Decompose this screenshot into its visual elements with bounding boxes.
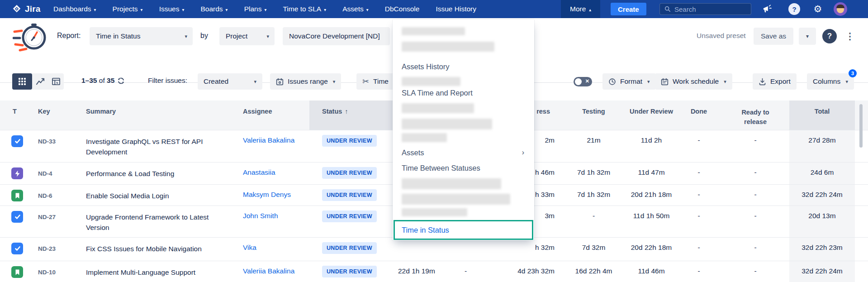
column-header-key[interactable]: Key (25, 100, 73, 130)
report-help-button[interactable]: ? (822, 29, 837, 43)
nav-item-dashboards[interactable]: Dashboards▾ (53, 5, 96, 13)
menu-item-redacted[interactable] (402, 119, 492, 129)
pivot-view-button[interactable] (48, 73, 64, 90)
assignee-link[interactable]: Anastasiia (243, 168, 275, 176)
nav-item-boards[interactable]: Boards▾ (200, 5, 228, 13)
announcement-button[interactable] (759, 0, 775, 18)
cell-under-review: 11d 1h 50m (626, 206, 676, 237)
cell-summary: Upgrade Frontend Framework to Latest Ver… (73, 206, 243, 237)
nav-item-issue-history[interactable]: Issue History (436, 5, 476, 13)
report-type-select[interactable]: Time in Status ▾ (90, 27, 193, 45)
nav-item-more[interactable]: More ▴ (561, 0, 600, 18)
column-header-assignee[interactable]: Assignee (243, 100, 309, 130)
grid-view-button[interactable] (12, 73, 32, 90)
nav-menu: Dashboards▾Projects▾Issues▾Boards▾Plans▾… (53, 0, 476, 18)
cell-filler (855, 185, 868, 206)
column-header-summary[interactable]: Summary (73, 100, 243, 130)
column-header-ready-to-release[interactable]: Ready to release (721, 100, 789, 130)
nav-item-time-to-sla[interactable]: Time to SLA▾ (283, 5, 326, 13)
refresh-icon[interactable] (117, 77, 125, 85)
count-total: 35 (107, 76, 114, 84)
cell-total: 32d 22h 24m (789, 185, 855, 206)
menu-item-redacted[interactable] (402, 27, 465, 35)
menu-item-assets-history[interactable]: Assets History (402, 62, 449, 71)
work-schedule-button[interactable]: Work schedule ▾ (655, 73, 732, 90)
assignee-link[interactable]: Valeriia Bakalina (243, 136, 294, 144)
assignee-link[interactable]: Valeriia Bakalina (243, 267, 294, 275)
columns-button[interactable]: Columns ▾ (807, 73, 854, 90)
assignee-link[interactable]: John Smith (243, 212, 278, 220)
export-button[interactable]: Export (753, 73, 797, 90)
chevron-down-icon: ▾ (141, 7, 143, 12)
menu-item-time-between-statuses[interactable]: Time Between Statuses (402, 164, 480, 172)
menu-item-redacted[interactable] (402, 133, 447, 142)
save-as-button[interactable]: Save as (754, 28, 793, 45)
work-schedule-label: Work schedule (673, 77, 719, 86)
nav-item-label: Plans (244, 5, 262, 13)
project-select[interactable]: NovaCore Development [ND] (283, 27, 390, 45)
assignee-link[interactable]: Vika (243, 244, 256, 251)
save-as-dropdown-button[interactable]: ▾ (799, 28, 816, 45)
nav-item-plans[interactable]: Plans▾ (244, 5, 267, 13)
app-window: Jira Dashboards▾Projects▾Issues▾Boards▾P… (0, 0, 868, 282)
menu-item-redacted[interactable] (402, 42, 494, 52)
menu-item-redacted[interactable] (402, 194, 510, 205)
pivot-table-icon (52, 77, 61, 86)
task-type-icon (11, 243, 23, 254)
chevron-down-icon: ▾ (647, 79, 650, 85)
group-by-select[interactable]: Project ▾ (219, 27, 275, 45)
user-avatar[interactable] (831, 0, 849, 18)
create-button[interactable]: Create (611, 3, 646, 15)
cell-ready-to-release: - (721, 238, 789, 261)
column-header-status[interactable]: Status↑ (309, 100, 393, 130)
cell-type (0, 238, 25, 261)
nav-item-assets[interactable]: Assets▾ (342, 5, 369, 13)
cell-hidden-1: 22d 1h 19m (393, 261, 444, 282)
menu-item-time-in-status[interactable]: Time in Status (402, 226, 449, 234)
search-input[interactable]: Search (659, 3, 751, 15)
line-chart-icon (36, 77, 45, 86)
menu-item-redacted[interactable] (402, 178, 501, 189)
save-as-label: Save as (761, 32, 786, 40)
settings-button[interactable]: ⚙ (810, 0, 826, 18)
column-header-under-review[interactable]: Under Review (626, 100, 676, 130)
more-options-button[interactable]: ⋮ (843, 29, 857, 43)
issues-range-label: Issues range (288, 77, 328, 86)
cell-summary: Performance & Load Testing (73, 163, 243, 184)
preset-status-text: Unsaved preset (697, 32, 746, 40)
vertical-scrollbar[interactable] (859, 104, 863, 148)
group-by-value: Project (226, 32, 247, 40)
cell-under-review: 20d 22h 18m (626, 238, 676, 261)
column-header-type[interactable]: T (0, 100, 25, 130)
columns-count-badge: 3 (849, 69, 857, 77)
menu-item-redacted[interactable] (402, 77, 460, 86)
menu-item-redacted[interactable] (402, 208, 467, 216)
nav-item-dbconsole[interactable]: DbConsole (385, 5, 420, 13)
cell-ready-to-release: - (721, 130, 789, 162)
cell-filler (855, 238, 868, 261)
chevron-down-icon: ▾ (266, 33, 269, 39)
issues-range-button[interactable]: Issues range ▾ (270, 73, 341, 90)
column-header-total[interactable]: Total (789, 100, 855, 130)
menu-item-sla-time-and-report[interactable]: SLA Time and Report (402, 89, 473, 97)
nav-item-label: Dashboards (53, 5, 91, 13)
nav-item-projects[interactable]: Projects▾ (113, 5, 143, 13)
top-navbar: Jira Dashboards▾Projects▾Issues▾Boards▾P… (0, 0, 868, 18)
status-badge: UNDER REVIEW (322, 189, 377, 201)
assignee-link[interactable]: Maksym Denys (243, 191, 291, 198)
cell-testing: - (561, 206, 626, 237)
column-header-testing[interactable]: Testing (561, 100, 626, 130)
cell-under-review: 11d 47m (626, 163, 676, 184)
menu-item-redacted[interactable] (402, 103, 474, 113)
filter-field-select[interactable]: Created ▾ (198, 73, 262, 90)
chart-view-button[interactable] (32, 73, 48, 90)
format-button[interactable]: Format ▾ (602, 73, 656, 90)
help-button[interactable]: ? (786, 0, 802, 18)
format-clock-icon (608, 78, 616, 86)
menu-item-assets[interactable]: Assets (402, 148, 424, 157)
nav-item-issues[interactable]: Issues▾ (159, 5, 185, 13)
column-header-done[interactable]: Done (676, 100, 721, 130)
display-toggle[interactable]: ✕ (574, 77, 592, 86)
jira-logo[interactable]: Jira (12, 0, 41, 18)
table-row-nd-23: ND-23Fix CSS Issues for Mobile Navigatio… (0, 237, 868, 261)
